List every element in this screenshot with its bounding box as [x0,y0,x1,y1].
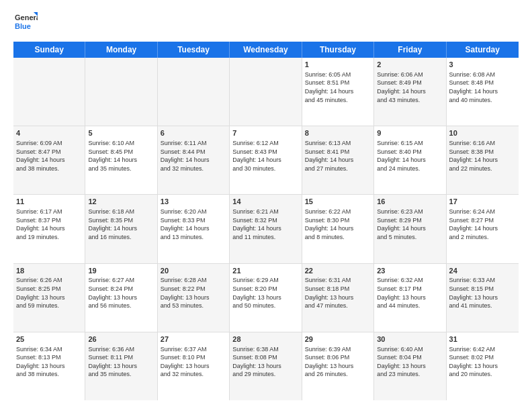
cal-cell: 12Sunrise: 6:18 AM Sunset: 8:35 PM Dayli… [85,195,157,263]
cal-header-cell: Thursday [302,42,374,58]
cal-cell: 29Sunrise: 6:39 AM Sunset: 8:06 PM Dayli… [302,332,374,400]
day-number: 3 [449,60,516,70]
cell-content: Sunrise: 6:10 AM Sunset: 8:45 PM Dayligh… [88,139,154,173]
cal-cell: 24Sunrise: 6:33 AM Sunset: 8:15 PM Dayli… [447,264,519,332]
cal-cell: 14Sunrise: 6:21 AM Sunset: 8:32 PM Dayli… [230,195,302,263]
page: General Blue SundayMondayTuesdayWednesda… [0,0,532,411]
day-number: 4 [16,128,82,138]
day-number: 20 [161,266,226,276]
cell-content: Sunrise: 6:26 AM Sunset: 8:25 PM Dayligh… [16,276,82,310]
cal-cell: 20Sunrise: 6:28 AM Sunset: 8:22 PM Dayli… [158,264,230,332]
day-number: 29 [305,334,371,345]
cal-cell: 30Sunrise: 6:40 AM Sunset: 8:04 PM Dayli… [374,332,446,400]
cal-header-cell: Tuesday [158,42,230,58]
cell-content: Sunrise: 6:23 AM Sunset: 8:29 PM Dayligh… [377,208,443,241]
day-number: 28 [232,334,298,345]
cal-cell: 6Sunrise: 6:11 AM Sunset: 8:44 PM Daylig… [158,126,230,194]
cal-cell [85,58,157,126]
day-number: 22 [305,266,371,276]
cal-row: 1Sunrise: 6:05 AM Sunset: 8:51 PM Daylig… [13,58,519,126]
cal-cell: 22Sunrise: 6:31 AM Sunset: 8:18 PM Dayli… [302,264,374,332]
calendar: SundayMondayTuesdayWednesdayThursdayFrid… [13,42,519,400]
cal-cell: 18Sunrise: 6:26 AM Sunset: 8:25 PM Dayli… [13,264,85,332]
cal-cell: 17Sunrise: 6:24 AM Sunset: 8:27 PM Dayli… [447,195,519,263]
cal-cell: 13Sunrise: 6:20 AM Sunset: 8:33 PM Dayli… [158,195,230,263]
day-number: 30 [377,334,443,345]
day-number: 21 [232,266,298,276]
cell-content: Sunrise: 6:37 AM Sunset: 8:10 PM Dayligh… [161,345,226,379]
cal-cell: 31Sunrise: 6:42 AM Sunset: 8:02 PM Dayli… [447,332,519,400]
cal-cell: 25Sunrise: 6:34 AM Sunset: 8:13 PM Dayli… [13,332,85,400]
cal-cell: 19Sunrise: 6:27 AM Sunset: 8:24 PM Dayli… [85,264,157,332]
day-number: 26 [88,334,154,345]
cal-cell: 27Sunrise: 6:37 AM Sunset: 8:10 PM Dayli… [158,332,230,400]
cell-content: Sunrise: 6:17 AM Sunset: 8:37 PM Dayligh… [16,208,82,241]
cal-cell: 2Sunrise: 6:06 AM Sunset: 8:49 PM Daylig… [374,58,446,126]
calendar-body: 1Sunrise: 6:05 AM Sunset: 8:51 PM Daylig… [13,58,519,400]
day-number: 2 [377,60,443,70]
day-number: 7 [232,128,298,138]
cal-header-cell: Wednesday [230,42,302,58]
cal-cell [230,58,302,126]
cal-cell: 28Sunrise: 6:38 AM Sunset: 8:08 PM Dayli… [230,332,302,400]
cell-content: Sunrise: 6:28 AM Sunset: 8:22 PM Dayligh… [161,276,226,310]
cell-content: Sunrise: 6:29 AM Sunset: 8:20 PM Dayligh… [232,276,298,310]
calendar-header: SundayMondayTuesdayWednesdayThursdayFrid… [13,42,519,58]
cal-row: 18Sunrise: 6:26 AM Sunset: 8:25 PM Dayli… [13,264,519,332]
day-number: 12 [88,197,154,207]
day-number: 17 [449,197,516,207]
day-number: 11 [16,197,82,207]
cal-cell: 15Sunrise: 6:22 AM Sunset: 8:30 PM Dayli… [302,195,374,263]
cell-content: Sunrise: 6:05 AM Sunset: 8:51 PM Dayligh… [305,71,371,104]
day-number: 14 [232,197,298,207]
cell-content: Sunrise: 6:33 AM Sunset: 8:15 PM Dayligh… [449,276,516,310]
day-number: 19 [88,266,154,276]
day-number: 25 [16,334,82,345]
cell-content: Sunrise: 6:39 AM Sunset: 8:06 PM Dayligh… [305,345,371,379]
cal-header-cell: Friday [374,42,446,58]
cell-content: Sunrise: 6:11 AM Sunset: 8:44 PM Dayligh… [161,139,226,173]
cell-content: Sunrise: 6:40 AM Sunset: 8:04 PM Dayligh… [377,345,443,379]
day-number: 6 [161,128,226,138]
day-number: 13 [161,197,226,207]
cell-content: Sunrise: 6:12 AM Sunset: 8:43 PM Dayligh… [232,139,298,173]
cal-cell [13,58,85,126]
logo-svg: General Blue [13,11,38,35]
cal-cell: 1Sunrise: 6:05 AM Sunset: 8:51 PM Daylig… [302,58,374,126]
cal-row: 4Sunrise: 6:09 AM Sunset: 8:47 PM Daylig… [13,126,519,195]
day-number: 9 [377,128,443,138]
cal-header-cell: Sunday [13,42,85,58]
cell-content: Sunrise: 6:42 AM Sunset: 8:02 PM Dayligh… [449,345,516,379]
day-number: 8 [305,128,371,138]
cell-content: Sunrise: 6:21 AM Sunset: 8:32 PM Dayligh… [232,208,298,241]
cell-content: Sunrise: 6:20 AM Sunset: 8:33 PM Dayligh… [161,208,226,241]
cell-content: Sunrise: 6:13 AM Sunset: 8:41 PM Dayligh… [305,139,371,173]
cal-cell: 16Sunrise: 6:23 AM Sunset: 8:29 PM Dayli… [374,195,446,263]
cal-row: 25Sunrise: 6:34 AM Sunset: 8:13 PM Dayli… [13,332,519,400]
cell-content: Sunrise: 6:34 AM Sunset: 8:13 PM Dayligh… [16,345,82,379]
cell-content: Sunrise: 6:09 AM Sunset: 8:47 PM Dayligh… [16,139,82,173]
svg-text:Blue: Blue [15,22,31,30]
cell-content: Sunrise: 6:06 AM Sunset: 8:49 PM Dayligh… [377,71,443,104]
cell-content: Sunrise: 6:31 AM Sunset: 8:18 PM Dayligh… [305,276,371,310]
cell-content: Sunrise: 6:27 AM Sunset: 8:24 PM Dayligh… [88,276,154,310]
cell-content: Sunrise: 6:32 AM Sunset: 8:17 PM Dayligh… [377,276,443,310]
cal-cell: 21Sunrise: 6:29 AM Sunset: 8:20 PM Dayli… [230,264,302,332]
cal-cell: 11Sunrise: 6:17 AM Sunset: 8:37 PM Dayli… [13,195,85,263]
cell-content: Sunrise: 6:24 AM Sunset: 8:27 PM Dayligh… [449,208,516,241]
cal-header-cell: Saturday [447,42,519,58]
cal-header-cell: Monday [85,42,157,58]
day-number: 15 [305,197,371,207]
cal-cell: 5Sunrise: 6:10 AM Sunset: 8:45 PM Daylig… [85,126,157,194]
cell-content: Sunrise: 6:15 AM Sunset: 8:40 PM Dayligh… [377,139,443,173]
header: General Blue [13,11,519,35]
day-number: 1 [305,60,371,70]
cal-cell: 3Sunrise: 6:08 AM Sunset: 8:48 PM Daylig… [447,58,519,126]
cell-content: Sunrise: 6:38 AM Sunset: 8:08 PM Dayligh… [232,345,298,379]
day-number: 10 [449,128,516,138]
cal-cell: 7Sunrise: 6:12 AM Sunset: 8:43 PM Daylig… [230,126,302,194]
cell-content: Sunrise: 6:16 AM Sunset: 8:38 PM Dayligh… [449,139,516,173]
svg-text:General: General [15,13,38,21]
cal-cell: 8Sunrise: 6:13 AM Sunset: 8:41 PM Daylig… [302,126,374,194]
day-number: 24 [449,266,516,276]
